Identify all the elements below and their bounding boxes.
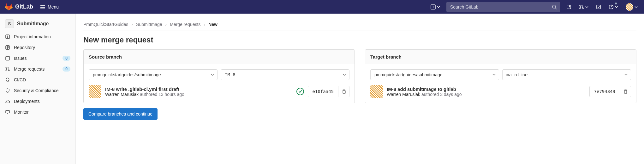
svg-point-5 [582, 8, 583, 9]
sidebar: S SubmitImage Project information Reposi… [0, 14, 76, 164]
issues-nav-icon[interactable] [565, 3, 573, 11]
gitlab-logo[interactable]: GitLab [5, 3, 33, 11]
monitor-icon [5, 110, 10, 115]
authored-word: authored [140, 92, 157, 97]
commit-title[interactable]: IM-8 write .gitlab-ci.yml first draft [105, 86, 293, 92]
sidebar-item-monitor[interactable]: Monitor [0, 107, 75, 117]
sidebar-item-cicd[interactable]: CI/CD [0, 74, 75, 85]
sidebar-item-label: Project information [14, 34, 70, 39]
breadcrumb-group[interactable]: PmmQuickStartGuides [83, 22, 128, 27]
info-icon [5, 34, 10, 39]
project-name: SubmitImage [17, 21, 49, 27]
chevron-down-icon [492, 73, 496, 76]
menu-button[interactable]: Menu [37, 3, 62, 11]
hamburger-icon [40, 4, 45, 9]
brand-text: GitLab [15, 3, 33, 10]
svg-point-8 [611, 8, 611, 9]
search-box [446, 2, 560, 12]
target-project-value: pmmquickstartguides/submitimage [374, 72, 443, 77]
authored-word: authored [421, 92, 439, 97]
breadcrumb-section[interactable]: Merge requests [170, 22, 200, 27]
chevron-down-icon [437, 5, 440, 9]
issues-icon [5, 56, 10, 61]
target-branch-selector[interactable]: mainline [502, 69, 631, 80]
chevron-down-icon [615, 5, 618, 9]
question-circle-icon [609, 4, 614, 9]
clipboard-icon [623, 89, 628, 94]
source-project-selector[interactable]: pmmquickstartguides/submitimage [89, 69, 218, 80]
sidebar-item-security[interactable]: Security & Compliance [0, 85, 75, 96]
svg-point-12 [6, 67, 7, 68]
pipeline-status-success-icon[interactable] [296, 88, 304, 95]
source-project-value: pmmquickstartguides/submitimage [93, 72, 161, 77]
commit-author-avatar[interactable] [370, 85, 383, 98]
project-avatar: S [5, 19, 14, 28]
merge-requests-nav-dropdown[interactable] [578, 3, 590, 11]
deployments-icon [5, 99, 10, 104]
help-dropdown[interactable] [607, 3, 619, 11]
svg-rect-15 [6, 110, 9, 113]
copy-sha-button[interactable] [620, 86, 631, 97]
page-title: New merge request [83, 35, 636, 44]
commit-time: 13 hours ago [158, 92, 184, 97]
commit-author-avatar[interactable] [89, 85, 101, 98]
commit-author[interactable]: Warren Marusiak [105, 92, 139, 97]
target-project-selector[interactable]: pmmquickstartguides/submitimage [370, 69, 499, 80]
chevron-right-icon: › [131, 22, 133, 27]
user-menu[interactable] [624, 2, 639, 12]
sidebar-item-label: Monitor [14, 110, 70, 115]
sidebar-item-merge-requests[interactable]: Merge requests 0 [0, 64, 75, 74]
commit-sha[interactable]: 7e794349 [589, 86, 620, 97]
sidebar-item-label: Deployments [14, 99, 70, 104]
sidebar-item-deployments[interactable]: Deployments [0, 96, 75, 107]
sidebar-item-label: CI/CD [14, 77, 70, 82]
sidebar-item-label: Merge requests [14, 66, 59, 72]
search-icon [552, 4, 557, 9]
svg-point-13 [6, 70, 7, 71]
sidebar-item-issues[interactable]: Issues 0 [0, 53, 75, 64]
breadcrumb-current: New [208, 22, 218, 27]
menu-label: Menu [48, 4, 59, 9]
rocket-icon [5, 77, 10, 82]
breadcrumb-project[interactable]: SubmitImage [136, 22, 162, 27]
clipboard-icon [342, 89, 346, 94]
todos-nav-icon[interactable] [595, 3, 602, 11]
chevron-down-icon [585, 5, 588, 9]
sidebar-item-project-information[interactable]: Project information [0, 31, 75, 42]
issues-badge: 0 [63, 56, 70, 61]
sidebar-item-label: Security & Compliance [14, 88, 70, 93]
search-input[interactable] [446, 2, 560, 12]
sidebar-item-repository[interactable]: Repository [0, 42, 75, 53]
merge-requests-badge: 0 [63, 66, 70, 72]
source-branch-selector[interactable]: IM-8 [221, 69, 349, 80]
target-branch-panel: Target branch pmmquickstartguides/submit… [365, 49, 636, 103]
svg-rect-11 [6, 56, 9, 60]
chevron-right-icon: › [204, 22, 205, 27]
commit-author[interactable]: Warren Marusiak [387, 92, 420, 97]
chevron-down-icon [624, 73, 628, 76]
issues-icon [566, 4, 571, 9]
copy-sha-button[interactable] [338, 86, 349, 97]
source-branch-panel: Source branch pmmquickstartguides/submit… [83, 49, 355, 103]
chevron-down-icon [635, 5, 638, 9]
svg-point-4 [580, 8, 581, 9]
plus-square-icon [431, 4, 436, 9]
source-branch-value: IM-8 [225, 72, 236, 77]
compare-branches-button[interactable]: Compare branches and continue [83, 108, 158, 120]
shield-icon [5, 88, 10, 93]
svg-point-3 [580, 5, 581, 6]
sidebar-item-label: Issues [14, 56, 59, 61]
svg-rect-2 [567, 5, 571, 9]
commit-sha[interactable]: e10faa45 [308, 86, 338, 97]
sidebar-project-link[interactable]: S SubmitImage [0, 16, 75, 31]
commit-time: 3 days ago [440, 92, 462, 97]
repository-icon [5, 45, 10, 50]
target-branch-header: Target branch [365, 50, 636, 64]
merge-request-icon [5, 66, 10, 72]
commit-meta: Warren Marusiak authored 3 days ago [387, 92, 586, 97]
sidebar-item-label: Repository [14, 45, 70, 50]
chevron-down-icon [343, 73, 346, 76]
notification-dot [615, 3, 617, 4]
plus-dropdown[interactable] [429, 3, 441, 11]
commit-title[interactable]: IM-8 add submitImage to gitlab [387, 86, 586, 92]
